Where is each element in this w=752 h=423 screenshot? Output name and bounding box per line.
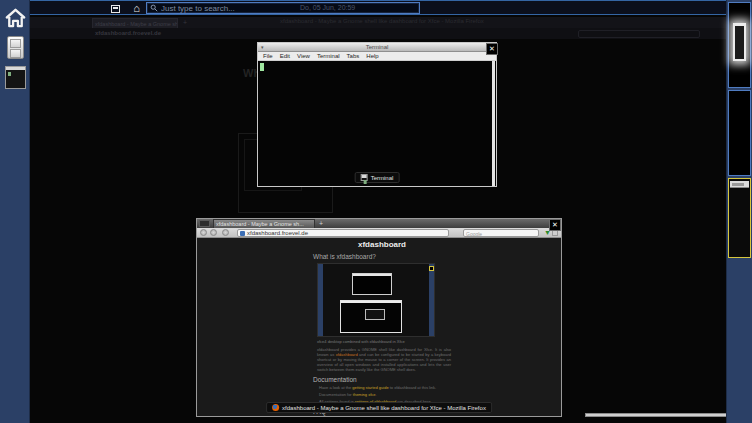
screenshot-caption: xfce4 desktop combined with xfdashboard … bbox=[317, 339, 451, 344]
terminal-menu-edit[interactable]: Edit bbox=[280, 53, 290, 59]
site-favicon bbox=[240, 231, 245, 236]
screenshot-right-panel bbox=[429, 264, 434, 336]
windows-view-button[interactable] bbox=[108, 3, 123, 14]
quicklaunch-file-manager[interactable] bbox=[0, 36, 30, 59]
terminal-menu-help[interactable]: Help bbox=[366, 53, 378, 59]
workspace-window-titlebar bbox=[730, 181, 749, 188]
terminal-title: Terminal bbox=[258, 44, 496, 50]
workspace-panel bbox=[726, 0, 752, 423]
terminal-thumbnail-icon bbox=[5, 66, 26, 89]
firefox-search-field[interactable]: Google bbox=[463, 229, 539, 237]
terminal-menu-terminal[interactable]: Terminal bbox=[317, 53, 340, 59]
firefox-tab[interactable]: xfdashboard - Maybe a Gnome sh... bbox=[213, 219, 315, 228]
background-scrollbar bbox=[585, 413, 731, 417]
firefox-navbar: xfdashboard.froevel.de Google ▼ bbox=[197, 228, 561, 238]
url-text: xfdashboard.froevel.de bbox=[247, 230, 308, 236]
file-manager-icon bbox=[7, 36, 24, 59]
reload-button[interactable] bbox=[222, 229, 229, 236]
new-tab-icon[interactable]: + bbox=[319, 220, 323, 227]
doc-link[interactable]: theming xfce bbox=[353, 392, 376, 397]
screenshot-terminal-mini bbox=[352, 273, 392, 295]
terminal-window-label: Terminal bbox=[355, 172, 400, 183]
home-icon: ⌂ bbox=[133, 4, 140, 13]
terminal-window-preview[interactable]: ▾ Terminal File Edit View Terminal Tabs … bbox=[257, 42, 497, 187]
terminal-content[interactable] bbox=[258, 61, 496, 186]
search-input[interactable] bbox=[161, 4, 391, 13]
screenshot-active-workspace bbox=[429, 266, 434, 271]
xfdashboard-overview: xfdashboard - Maybe a Gnome shell like d… bbox=[0, 0, 752, 423]
doc-link[interactable]: getting started guide bbox=[352, 385, 388, 390]
background-firefox-tab: xfdashboard - Maybe a Gnome shel bbox=[92, 18, 178, 28]
terminal-menu-tabs[interactable]: Tabs bbox=[347, 53, 360, 59]
firefox-menu-button[interactable] bbox=[199, 220, 210, 227]
forward-button[interactable] bbox=[210, 229, 217, 236]
documentation-heading: Documentation bbox=[313, 376, 451, 383]
firefox-page-content[interactable]: xfdashboard What is xfdashboard? xfce4 d… bbox=[197, 238, 561, 416]
background-url-text: xfdashboard.froevel.de bbox=[95, 30, 161, 36]
back-button[interactable] bbox=[200, 229, 207, 236]
doc-item: Have a look at the getting started guide… bbox=[319, 385, 451, 390]
windows-view-icon bbox=[111, 5, 120, 13]
quicklaunch-panel bbox=[0, 0, 30, 423]
screenshot-left-panel bbox=[318, 264, 323, 336]
firefox-window-preview[interactable]: xfdashboard - Maybe a Gnome sh... + xfda… bbox=[196, 218, 562, 417]
terminal-icon bbox=[361, 174, 368, 181]
terminal-scrollbar[interactable] bbox=[492, 61, 495, 186]
page-intro-heading: What is xfdashboard? bbox=[313, 253, 451, 260]
workspace-thumbnail-1[interactable] bbox=[728, 2, 751, 88]
page-column: xfdashboard What is xfdashboard? xfce4 d… bbox=[313, 240, 451, 416]
terminal-menu-file[interactable]: File bbox=[263, 53, 273, 59]
firefox-close-button[interactable]: ✕ bbox=[549, 219, 561, 231]
terminal-menu-view[interactable]: View bbox=[297, 53, 310, 59]
firefox-window-label: xfdashboard - Maybe a Gnome shell like d… bbox=[266, 402, 492, 413]
panel-clock: Do, 05 Jun, 20:59 bbox=[300, 4, 355, 11]
intro-paragraph: xfdashboard provides a GNOME shell like … bbox=[317, 347, 451, 372]
xfdashboard-screenshot-image bbox=[317, 263, 435, 337]
background-new-tab-icon: + bbox=[183, 19, 187, 26]
dashboard-searchbox[interactable] bbox=[146, 2, 420, 14]
terminal-menubar: File Edit View Terminal Tabs Help bbox=[258, 52, 496, 61]
firefox-icon bbox=[272, 404, 279, 411]
screenshot-firefox-mini bbox=[340, 300, 402, 333]
search-icon bbox=[150, 4, 158, 12]
terminal-cursor bbox=[260, 63, 264, 71]
url-field[interactable]: xfdashboard.froevel.de bbox=[237, 229, 449, 237]
terminal-titlebar: ▾ Terminal bbox=[258, 43, 496, 52]
page-title: xfdashboard bbox=[313, 240, 451, 249]
dashboard-topbar: Do, 05 Jun, 20:59 ⌂ bbox=[30, 0, 726, 15]
home-icon bbox=[4, 7, 27, 30]
quicklaunch-terminal[interactable] bbox=[0, 66, 30, 89]
doc-item: Documentation for theming xfce. bbox=[319, 392, 451, 397]
quicklaunch-home[interactable] bbox=[0, 7, 30, 30]
home-view-button[interactable]: ⌂ bbox=[129, 3, 144, 14]
firefox-tabbar: xfdashboard - Maybe a Gnome sh... + bbox=[197, 219, 561, 228]
terminal-close-button[interactable]: ✕ bbox=[486, 43, 498, 55]
workspace-thumbnail-3-active[interactable] bbox=[728, 178, 751, 258]
workspace-window-glow bbox=[733, 23, 746, 61]
background-window-title: xfdashboard - Maybe a Gnome shell like d… bbox=[280, 18, 484, 24]
background-search-field bbox=[578, 30, 700, 38]
workspace-thumbnail-2[interactable] bbox=[728, 90, 751, 176]
